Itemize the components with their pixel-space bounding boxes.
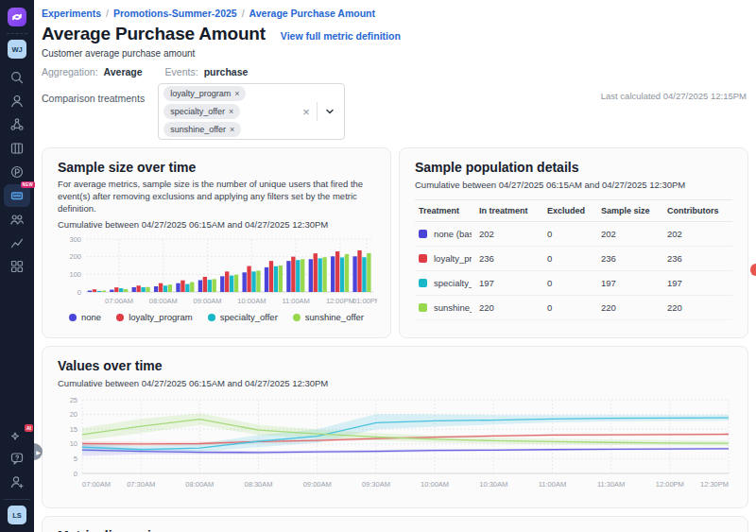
treatment-tag[interactable]: loyalty_program×: [163, 86, 246, 101]
workspace-avatar[interactable]: WJ: [8, 40, 26, 59]
col-contributors: Contributors: [663, 200, 732, 222]
help-chat-icon[interactable]: [4, 447, 30, 470]
remove-tag-icon[interactable]: ×: [234, 89, 239, 98]
remove-tag-icon[interactable]: ×: [229, 107, 233, 116]
svg-text:12:00PM: 12:00PM: [656, 480, 684, 489]
svg-text:09:00AM: 09:00AM: [303, 480, 332, 489]
svg-text:10: 10: [70, 439, 77, 448]
card-title: Sample population details: [415, 160, 732, 175]
treatment-tags: loyalty_program× specialty_offer× sunshi…: [163, 86, 296, 137]
view-metric-definition-link[interactable]: View full metric definition: [281, 30, 401, 42]
population-details-card: Sample population details Cumulative bet…: [399, 147, 748, 338]
comparison-treatments-row: Comparison treatments loyalty_program× s…: [42, 83, 748, 140]
in-treatment-value: 202: [475, 222, 543, 247]
user-avatar[interactable]: LS: [8, 506, 26, 524]
svg-text:15: 15: [70, 425, 77, 434]
svg-text:09:00AM: 09:00AM: [194, 297, 222, 305]
legend-label: none: [81, 312, 101, 322]
treatment-tag[interactable]: sunshine_offer×: [163, 122, 241, 137]
statsig-logo[interactable]: [8, 8, 26, 26]
aggregation-row: Aggregation: Average Events: purchase: [42, 66, 748, 78]
card-title: Values over time: [58, 358, 732, 373]
svg-text:12:00PM: 12:00PM: [326, 297, 354, 305]
experiments-icon[interactable]: [4, 113, 30, 136]
chart-legend: noneloyalty_programspecialty_offersunshi…: [58, 312, 375, 322]
analytics-icon[interactable]: [4, 232, 30, 254]
page-header: Experiments/Promotions-Summer-2025/Avera…: [34, 0, 756, 140]
sample-size-card: Sample size over time For average metric…: [42, 147, 391, 338]
table-header-row: Treatment In treatment Excluded Sample s…: [415, 200, 732, 222]
col-sample-size: Sample size: [597, 200, 663, 222]
search-icon[interactable]: [4, 66, 30, 89]
contributors-value: 220: [663, 296, 732, 320]
feature-gates-icon[interactable]: [4, 137, 30, 160]
users-icon[interactable]: [4, 90, 30, 112]
excluded-value: 0: [543, 296, 597, 320]
treatment-tag[interactable]: specialty_offer×: [163, 104, 240, 119]
population-table: Treatment In treatment Excluded Sample s…: [415, 199, 732, 320]
remove-tag-icon[interactable]: ×: [230, 125, 234, 134]
cumulative-range: Cumulative between 04/27/2025 06:15AM an…: [58, 219, 375, 230]
legend-item: sunshine_offer: [293, 312, 364, 322]
title-row: Average Purchase Amount View full metric…: [42, 24, 748, 46]
svg-text:300: 300: [69, 235, 81, 244]
card-title: Sample size over time: [58, 160, 375, 175]
sidebar-divider: [7, 33, 27, 34]
sidebar-divider: [4, 499, 30, 500]
breadcrumb-experiments[interactable]: Experiments: [42, 8, 101, 19]
svg-text:10:00AM: 10:00AM: [421, 480, 449, 489]
apps-grid-icon[interactable]: [4, 255, 30, 278]
svg-text:08:00AM: 08:00AM: [149, 297, 178, 305]
pulse-icon[interactable]: [4, 161, 30, 183]
comparison-treatments-select[interactable]: loyalty_program× specialty_offer× sunshi…: [158, 83, 345, 140]
contributors-value: 202: [663, 222, 732, 247]
col-treatment: Treatment: [415, 200, 475, 222]
table-row: none (baseline) 202 0 202 202: [415, 222, 732, 247]
svg-text:08:30AM: 08:30AM: [245, 480, 273, 489]
in-treatment-value: 236: [475, 247, 543, 271]
values-line-chart: 07:00AM07:30AM08:00AM08:30AM09:00AM09:30…: [58, 394, 734, 494]
events-label: Events:: [165, 66, 198, 77]
audiences-icon[interactable]: [4, 208, 30, 231]
aggregation-label: Aggregation:: [42, 66, 98, 77]
comparison-treatments-label: Comparison treatments: [42, 93, 145, 104]
col-in-treatment: In treatment: [475, 200, 543, 222]
svg-text:11:00AM: 11:00AM: [539, 480, 566, 489]
sample-size-value: 197: [597, 271, 663, 296]
page-title: Average Purchase Amount: [42, 24, 266, 44]
excluded-value: 0: [543, 247, 597, 271]
chevron-down-icon[interactable]: [318, 107, 342, 116]
logo-glyph: [11, 11, 23, 23]
treatment-color-swatch: [419, 303, 427, 312]
svg-text:100: 100: [69, 270, 81, 279]
svg-text:12:30PM: 12:30PM: [700, 480, 729, 489]
metrics-icon[interactable]: NEW: [4, 184, 30, 207]
svg-text:20: 20: [70, 410, 77, 419]
treatment-color-swatch: [419, 254, 427, 263]
legend-item: none: [69, 312, 101, 322]
feedback-tab[interactable]: [750, 264, 756, 276]
svg-text:11:30AM: 11:30AM: [597, 480, 625, 489]
tag-label: loyalty_program: [170, 89, 231, 98]
app-root: WJ NEW AI: [0, 0, 756, 532]
invite-user-icon[interactable]: [4, 471, 30, 493]
ai-assistant-icon[interactable]: AI: [4, 423, 30, 446]
treatment-name: specialty_offer: [434, 278, 472, 288]
svg-text:11:00AM: 11:00AM: [282, 297, 309, 305]
col-excluded: Excluded: [543, 200, 597, 222]
svg-text:0: 0: [77, 288, 81, 297]
svg-text:07:00AM: 07:00AM: [105, 297, 133, 305]
breadcrumb-experiment-name[interactable]: Promotions-Summer-2025: [113, 8, 237, 19]
svg-text:07:30AM: 07:30AM: [127, 480, 155, 489]
breadcrumb-metric-name[interactable]: Average Purchase Amount: [249, 8, 375, 19]
svg-text:08:00AM: 08:00AM: [185, 480, 214, 489]
tag-label: sunshine_offer: [170, 125, 226, 134]
cumulative-range: Cumulative between 04/27/2025 06:15AM an…: [58, 378, 732, 388]
treatment-name: none (baseline): [434, 229, 472, 239]
clear-all-icon[interactable]: ×: [296, 106, 317, 118]
svg-text:01:00PM: 01:00PM: [352, 297, 377, 305]
metric-description: Customer average purchase amount: [42, 48, 748, 60]
sample-size-bar-chart: 07:00AM08:00AM09:00AM10:00AM11:00AM12:00…: [58, 235, 377, 311]
values-over-time-card: Values over time Cumulative between 04/2…: [42, 346, 748, 508]
contributors-value: 236: [663, 247, 732, 271]
